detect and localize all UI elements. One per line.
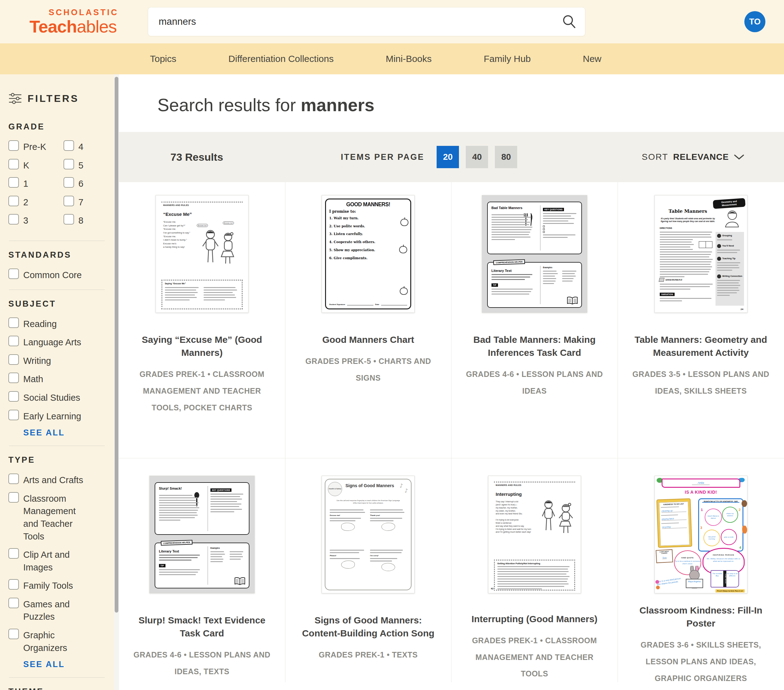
filter-option-7[interactable]: 7 — [64, 196, 83, 209]
checkbox[interactable] — [8, 373, 19, 383]
nav-item-mini-books[interactable]: Mini-Books — [386, 54, 432, 64]
filter-option-early-learning[interactable]: Early Learning — [8, 410, 107, 423]
result-thumbnail[interactable]: Geometry and Measurement Grouping — [654, 195, 748, 323]
result-meta: GRADES 3-6 • SKILLS SHEETS, LESSON PLANS… — [630, 637, 772, 687]
checkbox[interactable] — [8, 473, 19, 484]
scrollbar-thumb[interactable] — [115, 77, 119, 613]
filter-option-language-arts[interactable]: Language Arts — [8, 336, 107, 349]
nav-item-new[interactable]: New — [583, 54, 601, 64]
result-title[interactable]: Table Manners: Geometry and Measurement … — [631, 333, 771, 359]
checkbox[interactable] — [64, 140, 74, 151]
result-card-interrupting[interactable]: MANNERS AND RULES Interrupting They say … — [451, 458, 618, 682]
checkbox[interactable] — [8, 629, 19, 639]
checkbox[interactable] — [8, 336, 19, 346]
text-lines-decoration — [330, 550, 366, 553]
filter-option-arts-and-crafts[interactable]: Arts and Crafts — [8, 473, 107, 486]
tiger-doodle — [742, 526, 747, 534]
checkbox[interactable] — [8, 492, 19, 503]
checkbox[interactable] — [8, 159, 19, 169]
result-title[interactable]: Good Manners Chart — [322, 333, 414, 346]
result-card-slurp-smack[interactable]: Slurp! Smack! KEY QUESTIONS — [119, 458, 285, 682]
result-card-signs-of-good-manners[interactable]: Health & Safety Signs of Good Manners ♪ … — [285, 458, 452, 682]
nav-item-family-hub[interactable]: Family Hub — [484, 54, 531, 64]
result-title[interactable]: Interrupting (Good Manners) — [471, 613, 598, 626]
result-thumbnail[interactable]: Bad Table Manners — [482, 195, 587, 323]
checkbox[interactable] — [64, 196, 74, 206]
checkbox[interactable] — [8, 579, 19, 590]
nav-item-differentiation-collections[interactable]: Differentiation Collections — [228, 54, 334, 64]
result-thumbnail[interactable]: GOOD MANNERS! I promise to: 1. Wait my t… — [322, 195, 415, 323]
filter-option-family-tools[interactable]: Family Tools — [8, 579, 107, 592]
checkbox[interactable] — [8, 354, 19, 365]
result-card-saying-excuse-me[interactable]: MANNERS AND RULES “Excuse Me” “Excuse me… — [119, 182, 285, 458]
text-lines-decoration — [370, 558, 407, 562]
filter-option-reading[interactable]: Reading — [8, 317, 107, 330]
result-thumbnail[interactable]: Health & Safety Signs of Good Manners ♪ … — [322, 476, 415, 603]
result-card-bad-table-manners[interactable]: Bad Table Manners — [451, 182, 618, 458]
filters-toggle[interactable]: FILTERS — [8, 92, 107, 105]
result-card-table-manners-geometry[interactable]: Geometry and Measurement Grouping — [618, 182, 784, 458]
sort-dropdown[interactable]: SORT RELEVANCE — [642, 152, 744, 162]
result-thumbnail[interactable]: Anita IS A KIND KID! KINDNESS TO DO LIST… — [654, 476, 748, 593]
task-card-bottom-panel: COMPREHENSION HELPER Literary Text TIP E… — [487, 262, 582, 308]
scholastic-teachables-logo[interactable]: SCHOLASTIC Teachables — [30, 8, 125, 35]
checkbox[interactable] — [8, 391, 19, 402]
result-title[interactable]: Classroom Kindness: Fill-In Poster — [631, 604, 771, 630]
result-thumbnail[interactable]: MANNERS AND RULES “Excuse Me” “Excuse me… — [156, 195, 249, 323]
subject-see-all-link[interactable]: SEE ALL — [23, 428, 107, 438]
checkbox[interactable] — [8, 410, 19, 420]
filter-option-classroom-management[interactable]: Classroom Management and Teacher Tools — [8, 492, 107, 542]
filter-option-2[interactable]: 2 — [8, 196, 64, 209]
filter-option-games-and-puzzles[interactable]: Games and Puzzles — [8, 598, 107, 623]
filter-option-1[interactable]: 1 — [8, 177, 64, 190]
filter-option-3[interactable]: 3 — [8, 214, 64, 227]
checkbox[interactable] — [64, 159, 74, 169]
checkbox[interactable] — [8, 317, 19, 328]
nav-item-topics[interactable]: Topics — [150, 54, 176, 64]
type-see-all-link[interactable]: SEE ALL — [23, 660, 107, 669]
filter-option-clip-art[interactable]: Clip Art and Images — [8, 548, 107, 573]
standards-section-heading: STANDARDS — [8, 250, 107, 260]
checkbox[interactable] — [8, 177, 19, 188]
page-size-40-button[interactable]: 40 — [466, 146, 488, 168]
page-size-20-button[interactable]: 20 — [436, 146, 459, 168]
page-size-80-button[interactable]: 80 — [495, 146, 517, 168]
filter-option-8[interactable]: 8 — [64, 214, 83, 227]
checkbox[interactable] — [8, 598, 19, 608]
account-avatar[interactable]: TO — [744, 11, 766, 32]
result-card-classroom-kindness[interactable]: Anita IS A KIND KID! KINDNESS TO DO LIST… — [618, 458, 784, 682]
checkbox[interactable] — [8, 214, 19, 225]
text-lines-decoration — [159, 569, 202, 575]
text-lines-decoration — [211, 550, 227, 564]
filter-option-6[interactable]: 6 — [64, 177, 83, 190]
result-card-good-manners-chart[interactable]: GOOD MANNERS! I promise to: 1. Wait my t… — [285, 182, 452, 458]
search-icon[interactable] — [561, 14, 577, 30]
result-thumbnail[interactable]: MANNERS AND RULES Interrupting They say … — [488, 476, 581, 602]
result-title[interactable]: Bad Table Manners: Making Inferences Tas… — [464, 333, 604, 359]
filter-option-social-studies[interactable]: Social Studies — [8, 391, 107, 404]
result-title[interactable]: Saying “Excuse Me” (Good Manners) — [132, 333, 272, 359]
filter-option-writing[interactable]: Writing — [8, 354, 107, 367]
subject-section-heading: SUBJECT — [8, 299, 107, 309]
checkbox[interactable] — [64, 214, 74, 225]
result-title[interactable]: Signs of Good Manners: Content-Building … — [298, 614, 438, 640]
checkbox[interactable] — [8, 196, 19, 206]
search-input[interactable] — [148, 7, 585, 36]
result-title[interactable]: Slurp! Smack! Text Evidence Task Card — [132, 614, 272, 640]
checkbox[interactable] — [8, 268, 19, 279]
sidebar-scrollbar[interactable] — [114, 74, 119, 690]
filter-option-graphic-organizers[interactable]: Graphic Organizers — [8, 629, 107, 654]
filter-option-pre-k[interactable]: Pre-K — [8, 140, 64, 153]
text-lines-decoration — [159, 493, 202, 522]
results-grid: MANNERS AND RULES “Excuse Me” “Excuse me… — [119, 182, 784, 682]
kindness-jar: RANDOM ACTS OF KINDNESS JAR 1 2 3 4 teac… — [698, 498, 743, 552]
filter-option-k[interactable]: K — [8, 159, 64, 172]
filter-option-4[interactable]: 4 — [64, 140, 83, 153]
checkbox[interactable] — [8, 140, 19, 151]
checkbox[interactable] — [8, 548, 19, 559]
filter-option-5[interactable]: 5 — [64, 159, 83, 172]
result-thumbnail[interactable]: Slurp! Smack! KEY QUESTIONS — [149, 476, 255, 603]
filter-option-math[interactable]: Math — [8, 373, 107, 386]
filter-option-common-core[interactable]: Common Core — [8, 268, 107, 281]
checkbox[interactable] — [64, 177, 74, 188]
